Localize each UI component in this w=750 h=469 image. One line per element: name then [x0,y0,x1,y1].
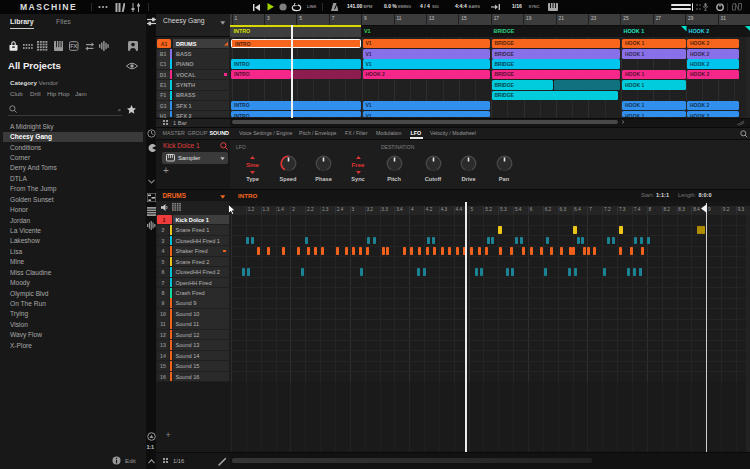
svg-text:FX: FX [70,43,77,49]
